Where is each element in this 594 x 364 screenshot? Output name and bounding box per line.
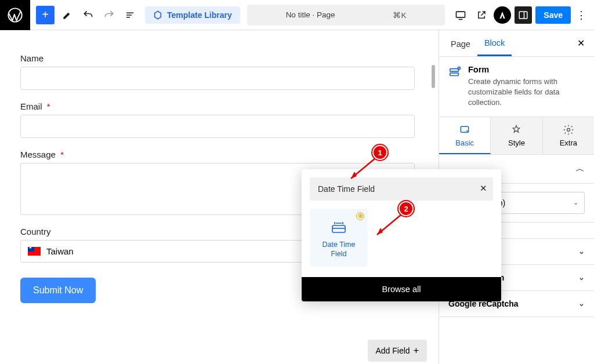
field-label-email: Email * (20, 101, 415, 111)
svg-point-5 (458, 67, 460, 70)
svg-rect-1 (457, 12, 465, 17)
chevron-up-icon: ︿ (575, 163, 585, 175)
chevron-down-icon: ⌄ (578, 273, 585, 282)
pro-badge-icon: ⦿ (356, 212, 364, 220)
block-name: Form (468, 65, 585, 74)
tab-block[interactable]: Block (477, 30, 512, 56)
date-time-field-icon (331, 221, 346, 236)
svg-marker-12 (377, 228, 383, 235)
redo-icon[interactable] (101, 7, 117, 23)
svg-rect-8 (332, 225, 345, 232)
extra-icon (563, 124, 574, 136)
browse-all-button[interactable]: Browse all (302, 277, 501, 301)
template-icon (153, 10, 162, 20)
flag-taiwan-icon (28, 247, 41, 256)
inserter-search-input[interactable] (310, 177, 493, 201)
clear-search-icon[interactable]: ✕ (480, 183, 487, 194)
add-field-label: Add Field (376, 346, 410, 355)
annotation-marker-2: 2 (399, 201, 414, 216)
email-input[interactable] (20, 115, 415, 138)
command-shortcut: ⌘K (393, 10, 406, 20)
submit-button[interactable]: Submit Now (20, 278, 96, 303)
more-options-icon[interactable]: ⋮ (574, 9, 588, 21)
annotation-marker-1: 1 (372, 145, 387, 160)
basic-icon (459, 124, 470, 136)
add-field-button[interactable]: Add Field + (368, 340, 428, 362)
undo-icon[interactable] (80, 7, 96, 23)
wordpress-logo[interactable] (0, 0, 30, 30)
mode-tab-basic[interactable]: Basic (439, 117, 491, 154)
block-description: Create dynamic forms with customizable f… (468, 77, 585, 108)
chevron-down-icon: ⌄ (578, 299, 585, 308)
style-icon (510, 124, 522, 136)
document-title-bar[interactable]: No title · Page ⌘K (247, 5, 446, 26)
external-link-icon[interactable] (473, 6, 490, 24)
country-value: Taiwan (46, 246, 74, 256)
document-title-text: No title · Page (286, 10, 335, 19)
svg-rect-2 (520, 12, 528, 19)
chevron-down-icon: ⌄ (578, 247, 585, 256)
block-tile-label: Date TimeField (323, 241, 356, 259)
form-block-icon (448, 66, 461, 108)
sidebar-close-icon[interactable]: ✕ (573, 33, 589, 53)
annotation-arrow-2 (371, 212, 406, 243)
add-block-button[interactable]: + (36, 6, 55, 24)
save-button[interactable]: Save (535, 6, 571, 24)
name-input[interactable] (20, 67, 415, 90)
svg-point-7 (567, 128, 570, 131)
view-desktop-icon[interactable] (452, 6, 469, 24)
tab-page[interactable]: Page (444, 31, 477, 56)
annotation-arrow-1 (345, 155, 380, 187)
scrollbar-thumb[interactable] (432, 65, 435, 88)
svg-rect-3 (450, 69, 459, 72)
template-library-label: Template Library (167, 10, 232, 20)
plus-icon: + (414, 345, 419, 356)
edit-icon[interactable] (59, 7, 75, 23)
field-label-name: Name (20, 53, 415, 63)
astra-icon[interactable] (494, 6, 511, 24)
block-tile-date-time-field[interactable]: ⦿ Date TimeField (310, 209, 368, 267)
chevron-down-icon: ⌄ (573, 199, 578, 206)
sidebar-toggle-icon[interactable] (515, 6, 532, 24)
mode-tab-extra[interactable]: Extra (543, 117, 594, 154)
mode-tab-style[interactable]: Style (491, 117, 542, 154)
template-library-button[interactable]: Template Library (145, 6, 240, 24)
svg-marker-10 (351, 172, 357, 179)
svg-rect-4 (450, 73, 459, 76)
list-view-icon[interactable] (122, 7, 138, 23)
